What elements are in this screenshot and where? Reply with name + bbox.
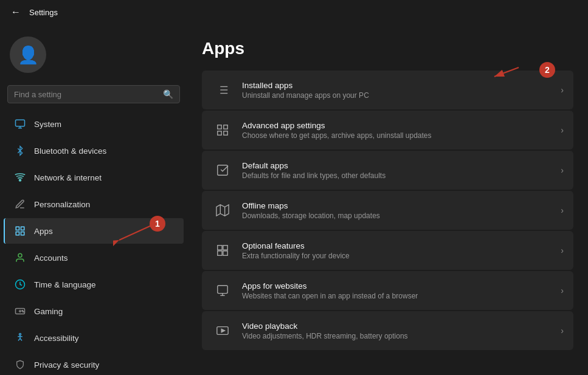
svg-rect-28 (218, 165, 228, 176)
setting-apps-for-websites[interactable]: Apps for websites Websites that can open… (202, 271, 573, 310)
gaming-icon (13, 304, 27, 318)
installed-apps-chevron: › (561, 85, 564, 95)
optional-features-icon (212, 239, 233, 261)
title-bar: ← Settings (0, 0, 588, 24)
svg-rect-7 (21, 232, 24, 235)
svg-rect-6 (16, 232, 19, 235)
sidebar-item-system-label: System (34, 120, 61, 129)
svg-rect-26 (218, 131, 221, 135)
offline-maps-chevron: › (561, 205, 564, 215)
svg-rect-34 (218, 251, 222, 255)
system-icon (13, 117, 27, 131)
sidebar-item-personalization[interactable]: Personalization (4, 191, 184, 217)
app-title: Settings (29, 8, 58, 17)
sidebar-item-network[interactable]: Network & internet (4, 165, 184, 190)
annotation-arrow-2 (488, 64, 537, 83)
privacy-icon (13, 358, 27, 371)
network-icon (13, 171, 27, 184)
installed-apps-desc: Uninstall and manage apps on your PC (242, 91, 561, 100)
sidebar-item-time[interactable]: Time & language (4, 272, 184, 297)
optional-features-text: Optional features Extra functionality fo… (242, 241, 561, 260)
sidebar-item-bluetooth-label: Bluetooth & devices (34, 146, 106, 156)
search-input[interactable] (14, 90, 163, 99)
personalization-icon (13, 198, 27, 211)
video-playback-desc: Video adjustments, HDR streaming, batter… (242, 332, 561, 340)
svg-rect-36 (218, 286, 228, 294)
accounts-icon (13, 251, 27, 264)
svg-rect-5 (21, 227, 24, 230)
sidebar-item-network-label: Network & internet (34, 173, 102, 182)
content-area: Apps Installed apps Uninstall and manage… (187, 24, 588, 375)
sidebar-item-accounts[interactable]: Accounts (4, 245, 184, 270)
avatar-section: 👤 (0, 29, 187, 85)
setting-video-playback[interactable]: Video playback Video adjustments, HDR st… (202, 311, 573, 350)
video-playback-icon (212, 320, 233, 342)
optional-features-desc: Extra functionality for your device (242, 252, 561, 260)
svg-rect-27 (224, 131, 227, 135)
sidebar-item-accounts-label: Accounts (34, 253, 68, 263)
default-apps-text: Default apps Defaults for file and link … (242, 161, 561, 180)
sidebar-item-privacy-label: Privacy & security (34, 360, 99, 370)
sidebar-item-gaming[interactable]: Gaming (4, 298, 184, 324)
video-playback-title: Video playback (242, 322, 561, 331)
setting-optional-features[interactable]: Optional features Extra functionality fo… (202, 231, 573, 270)
setting-offline-maps[interactable]: Offline maps Downloads, storage location… (202, 191, 573, 230)
apps-for-websites-desc: Websites that can open in an app instead… (242, 292, 561, 300)
offline-maps-desc: Downloads, storage location, map updates (242, 212, 561, 220)
setting-advanced-app-settings[interactable]: Advanced app settings Choose where to ge… (202, 111, 573, 150)
svg-rect-24 (218, 125, 221, 129)
advanced-settings-title: Advanced app settings (242, 121, 561, 130)
setting-installed-apps[interactable]: Installed apps Uninstall and manage apps… (202, 71, 573, 109)
settings-list: Installed apps Uninstall and manage apps… (202, 71, 573, 350)
bluetooth-icon (13, 144, 27, 157)
video-playback-chevron: › (561, 326, 564, 335)
time-icon (13, 278, 27, 291)
apps-for-websites-icon (212, 280, 233, 301)
svg-rect-32 (218, 246, 222, 250)
default-apps-icon (212, 159, 233, 181)
svg-rect-0 (16, 120, 25, 126)
sidebar-item-time-label: Time & language (34, 280, 96, 289)
svg-rect-33 (223, 246, 227, 250)
back-button[interactable]: ← (7, 4, 24, 21)
svg-point-14 (23, 311, 24, 312)
default-apps-chevron: › (561, 165, 564, 175)
search-box[interactable]: 🔍 (7, 85, 180, 103)
optional-features-title: Optional features (242, 241, 561, 250)
svg-marker-38 (221, 329, 225, 332)
video-playback-text: Video playback Video adjustments, HDR st… (242, 322, 561, 340)
sidebar-item-personalization-label: Personalization (34, 200, 90, 209)
apps-for-websites-text: Apps for websites Websites that can open… (242, 281, 561, 300)
sidebar-item-system[interactable]: System (4, 111, 184, 137)
apps-for-websites-chevron: › (561, 286, 564, 295)
advanced-settings-chevron: › (561, 125, 564, 135)
optional-features-chevron: › (561, 246, 564, 255)
main-layout: 👤 🔍 System Bluetooth & devices Networ (0, 24, 588, 375)
default-apps-desc: Defaults for file and link types, other … (242, 171, 561, 180)
svg-rect-4 (16, 227, 19, 230)
sidebar-item-apps[interactable]: Apps (4, 218, 184, 244)
sidebar-item-accessibility-label: Accessibility (34, 334, 79, 343)
advanced-settings-icon (212, 119, 233, 141)
offline-maps-text: Offline maps Downloads, storage location… (242, 201, 561, 220)
sidebar-item-apps-label: Apps (34, 227, 53, 236)
svg-rect-25 (224, 125, 227, 129)
svg-marker-29 (216, 205, 229, 216)
annotation-badge-2: 2 (539, 62, 555, 78)
default-apps-title: Default apps (242, 161, 561, 170)
setting-default-apps[interactable]: Default apps Defaults for file and link … (202, 151, 573, 190)
page-title: Apps (202, 39, 573, 58)
svg-rect-35 (223, 251, 227, 255)
apps-icon (13, 224, 27, 238)
search-icon[interactable]: 🔍 (163, 89, 173, 99)
advanced-settings-desc: Choose where to get apps, archive apps, … (242, 131, 561, 140)
avatar[interactable]: 👤 (10, 36, 46, 73)
sidebar-item-accessibility[interactable]: Accessibility (4, 325, 184, 351)
sidebar-item-bluetooth[interactable]: Bluetooth & devices (4, 138, 184, 163)
advanced-settings-text: Advanced app settings Choose where to ge… (242, 121, 561, 140)
sidebar-item-privacy[interactable]: Privacy & security (4, 352, 184, 375)
svg-point-3 (19, 179, 21, 181)
offline-maps-icon (212, 199, 233, 221)
installed-apps-title: Installed apps (242, 81, 561, 90)
svg-point-8 (18, 253, 22, 257)
